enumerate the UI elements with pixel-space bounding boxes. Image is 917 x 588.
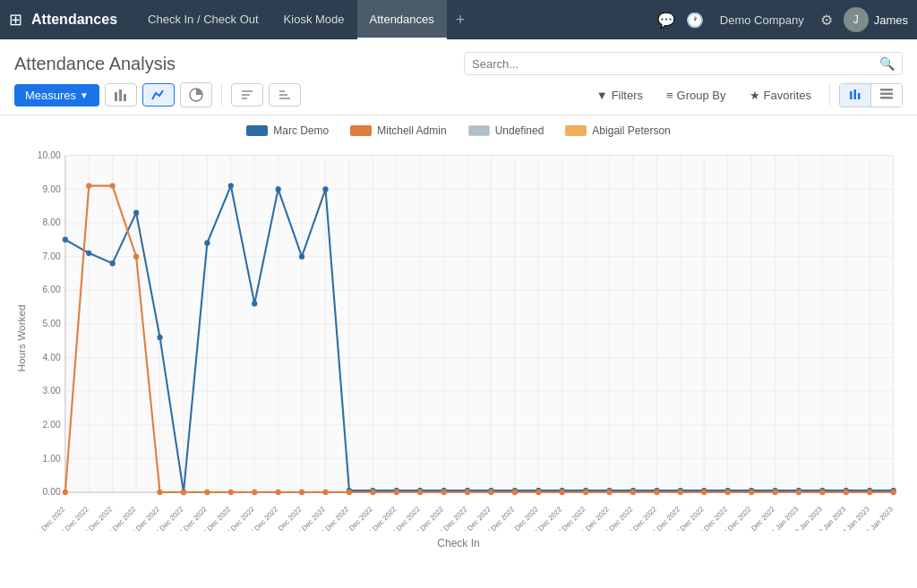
legend-color-marc (246, 125, 268, 136)
svg-point-79 (110, 260, 116, 266)
sort-asc-button[interactable] (231, 83, 263, 107)
page-title: Attendance Analysis (14, 54, 176, 74)
svg-point-137 (630, 490, 636, 495)
svg-text:1.00: 1.00 (43, 452, 61, 463)
chart-area: Marc Demo Mitchell Admin Undefined Abiga… (0, 115, 917, 567)
bar-chart-icon (114, 89, 128, 101)
svg-rect-2 (124, 94, 126, 101)
user-avatar: J (844, 7, 869, 32)
svg-point-125 (347, 490, 352, 495)
svg-rect-14 (880, 92, 893, 95)
company-name[interactable]: Demo Company (720, 13, 804, 27)
user-menu[interactable]: J James (844, 7, 908, 32)
chart-container: 0.00 1.00 2.00 3.00 4.00 5.00 6.00 7.00 … (14, 146, 903, 550)
page-header: Attendance Analysis 🔍 (0, 39, 917, 75)
svg-point-131 (488, 490, 493, 495)
svg-point-116 (133, 253, 139, 259)
svg-text:2.00: 2.00 (43, 419, 61, 430)
legend-undefined: Undefined (468, 124, 544, 137)
search-input[interactable] (472, 57, 879, 71)
grid-menu-icon[interactable]: ⊞ (9, 10, 22, 30)
svg-point-86 (276, 186, 281, 192)
svg-point-85 (252, 301, 257, 306)
svg-point-127 (394, 490, 399, 495)
svg-point-129 (441, 490, 447, 495)
svg-point-146 (844, 490, 849, 495)
legend-color-undefined (468, 125, 490, 136)
nav-check-in-out[interactable]: Check In / Check Out (135, 0, 271, 39)
nav-kiosk-mode[interactable]: Kiosk Mode (271, 0, 357, 39)
settings-icon[interactable]: ⚙ (820, 12, 833, 29)
svg-point-128 (417, 490, 423, 495)
svg-point-87 (299, 253, 304, 259)
svg-text:0.00: 0.00 (43, 486, 61, 497)
sort-desc-button[interactable] (269, 83, 301, 107)
bar-chart-button[interactable] (105, 83, 137, 107)
search-bar: 🔍 (464, 52, 903, 75)
toolbar-separator-2 (829, 84, 830, 106)
svg-point-130 (465, 490, 470, 495)
nav-add-icon[interactable]: + (447, 11, 475, 30)
line-chart-button[interactable] (142, 83, 175, 107)
app-title: Attendances (31, 12, 117, 28)
svg-text:3.00: 3.00 (43, 385, 61, 396)
svg-point-122 (276, 490, 281, 495)
svg-point-126 (370, 490, 375, 495)
groupby-label: Group By (677, 89, 726, 102)
svg-point-133 (536, 490, 541, 495)
svg-rect-15 (880, 97, 893, 99)
svg-point-135 (583, 490, 588, 495)
legend-label-marc: Marc Demo (273, 124, 329, 137)
chart-legend: Marc Demo Mitchell Admin Undefined Abiga… (14, 124, 903, 137)
svg-rect-10 (850, 91, 853, 99)
svg-point-84 (228, 183, 234, 188)
view-toggle (839, 83, 903, 107)
svg-text:8.00: 8.00 (43, 217, 61, 227)
svg-text:7.00: 7.00 (43, 251, 61, 261)
svg-point-143 (772, 490, 777, 495)
svg-point-142 (749, 490, 754, 495)
y-axis-label: Hours Worked (17, 304, 28, 371)
line-chart-icon (151, 89, 166, 101)
legend-label-abigail: Abigail Peterson (592, 124, 670, 137)
favorites-button[interactable]: ★ Favorites (741, 84, 820, 107)
svg-point-141 (725, 490, 731, 495)
toolbar-separator-1 (221, 84, 222, 106)
svg-point-140 (701, 490, 707, 495)
svg-point-145 (819, 490, 825, 495)
filters-button[interactable]: ▼ Filters (587, 84, 652, 107)
svg-point-134 (560, 490, 565, 495)
nav-attendances[interactable]: Attendances (357, 0, 447, 39)
pie-chart-icon (189, 88, 203, 102)
svg-point-78 (86, 251, 91, 256)
x-axis-title: Check In (14, 537, 903, 550)
svg-point-81 (157, 335, 162, 340)
username: James (874, 13, 908, 27)
favorites-icon: ★ (750, 89, 760, 102)
graph-view-icon (849, 89, 861, 99)
legend-marc-demo: Marc Demo (246, 124, 329, 137)
svg-point-77 (63, 237, 68, 243)
svg-point-83 (204, 240, 210, 245)
sort-asc-icon (240, 89, 254, 101)
svg-point-144 (796, 490, 801, 495)
pie-chart-button[interactable] (180, 82, 212, 107)
svg-point-115 (110, 183, 116, 188)
svg-rect-13 (880, 89, 893, 91)
clock-icon[interactable]: 🕐 (686, 12, 704, 29)
list-view-icon (880, 89, 893, 99)
measures-button[interactable]: Measures ▼ (14, 84, 99, 107)
sort-desc-icon (278, 89, 292, 101)
graph-view-button[interactable] (840, 84, 871, 107)
chat-icon[interactable]: 💬 (657, 12, 675, 29)
svg-text:01 Dec 2022: 01 Dec 2022 (33, 505, 66, 531)
toolbar: Measures ▼ (0, 75, 917, 115)
svg-text:6.00: 6.00 (43, 284, 61, 294)
svg-point-117 (157, 490, 162, 495)
svg-point-113 (63, 490, 68, 495)
list-view-button[interactable] (871, 84, 902, 107)
groupby-button[interactable]: ≡ Group By (657, 84, 735, 107)
svg-point-80 (133, 209, 139, 215)
svg-point-118 (181, 490, 186, 495)
svg-point-119 (204, 490, 210, 495)
